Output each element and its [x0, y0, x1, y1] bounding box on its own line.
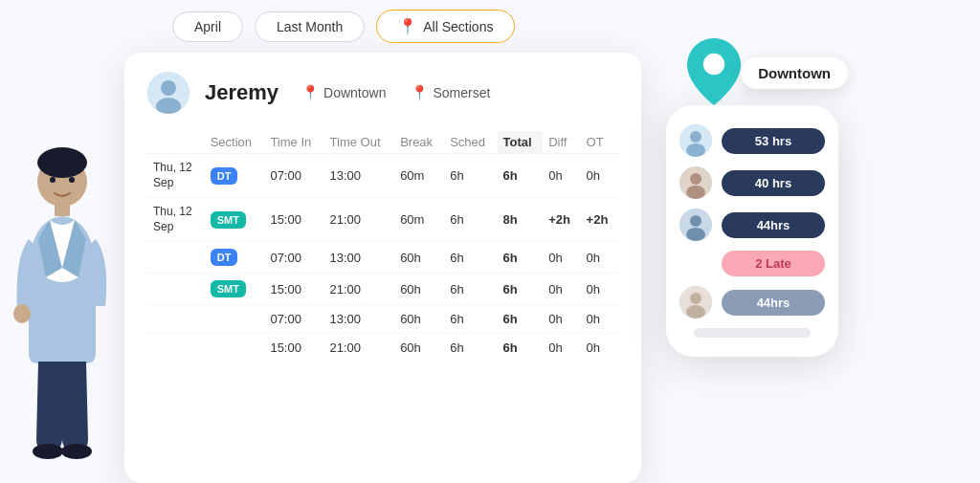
time_out-cell: 13:00 — [324, 242, 395, 274]
total-cell: 6h — [498, 274, 544, 305]
total-cell: 6h — [498, 154, 544, 198]
ot-cell: 0h — [581, 334, 618, 362]
col-sched: Sched — [444, 131, 497, 154]
col-ot: OT — [581, 131, 618, 154]
period-filter-button[interactable]: Last Month — [255, 11, 365, 42]
employee-name: Jeremy — [205, 80, 278, 105]
staff-avatar-3 — [679, 209, 712, 241]
time_in-cell: 07:00 — [264, 305, 323, 334]
hrs-badge-1: 53 hrs — [722, 128, 825, 154]
break-cell: 60h — [394, 274, 444, 305]
svg-point-9 — [161, 80, 176, 96]
date-cell: Thu, 12Sep — [147, 198, 205, 242]
table-row: Thu, 12SepSMT15:0021:0060m6h8h+2h+2h — [147, 198, 618, 242]
svg-point-17 — [686, 186, 705, 199]
col-timeout: Time Out — [324, 131, 395, 154]
svg-point-1 — [37, 147, 87, 178]
svg-point-22 — [690, 293, 702, 304]
schedule-table: Section Time In Time Out Break Sched Tot… — [147, 131, 618, 362]
section-cell: SMT — [205, 198, 265, 242]
late-row: 2 Late — [679, 251, 825, 276]
section-cell — [205, 334, 265, 362]
svg-point-4 — [33, 444, 63, 459]
date-cell — [147, 334, 205, 362]
staff-row-1: 53 hrs — [679, 124, 825, 157]
svg-rect-2 — [55, 203, 70, 216]
downtown-label: Downtown — [741, 57, 848, 89]
avatar — [147, 72, 189, 114]
svg-point-20 — [686, 228, 705, 241]
sched-cell: 6h — [444, 198, 497, 242]
staff-row-4: 44hrs — [679, 286, 825, 318]
date-cell — [147, 242, 205, 274]
ot-cell: 0h — [581, 305, 618, 334]
svg-point-3 — [13, 304, 31, 323]
ghost-line-1 — [694, 328, 811, 338]
svg-point-6 — [50, 177, 56, 183]
hrs-badge-3: 44hrs — [722, 212, 825, 238]
time_out-cell: 13:00 — [324, 305, 395, 334]
svg-point-7 — [69, 177, 75, 183]
ot-cell: 0h — [581, 154, 618, 198]
col-section: Section — [205, 131, 265, 154]
table-row: SMT15:0021:0060h6h6h0h0h — [147, 274, 618, 305]
col-break: Break — [394, 131, 444, 154]
table-row: Thu, 12SepDT07:0013:0060m6h6h0h0h — [147, 154, 618, 198]
time_out-cell: 21:00 — [324, 198, 395, 242]
sched-cell: 6h — [444, 334, 497, 362]
diff-cell: 0h — [543, 334, 580, 362]
employee-header: Jeremy 📍 Downtown 📍 Somerset — [147, 72, 618, 114]
big-location-pin — [685, 38, 743, 105]
person-illustration — [0, 53, 124, 483]
top-filter-bar: April Last Month 📍 All Sections — [0, 0, 980, 43]
pin-icon: 📍 — [398, 17, 417, 35]
location-somerset: 📍 Somerset — [411, 84, 490, 101]
section-cell — [205, 305, 265, 334]
diff-cell: +2h — [543, 198, 580, 242]
pin-downtown-icon: 📍 — [301, 84, 320, 101]
phone-mockup: 53 hrs 40 hrs — [666, 105, 838, 357]
break-cell: 60h — [394, 334, 444, 362]
time_in-cell: 07:00 — [264, 242, 323, 274]
time_in-cell: 15:00 — [264, 198, 323, 242]
section-badge: DT — [211, 249, 238, 266]
date-cell — [147, 305, 205, 334]
month-filter-button[interactable]: April — [172, 11, 243, 42]
sched-cell: 6h — [444, 154, 497, 198]
hrs-badge-4: 44hrs — [722, 290, 825, 316]
section-badge: DT — [211, 167, 238, 185]
section-filter-button[interactable]: 📍 All Sections — [376, 10, 515, 43]
total-cell: 8h — [498, 198, 544, 242]
time_out-cell: 21:00 — [324, 334, 395, 362]
section-cell: SMT — [205, 274, 265, 305]
ot-cell: 0h — [581, 274, 618, 305]
section-badge: SMT — [211, 211, 246, 229]
section-badge: SMT — [211, 280, 246, 297]
person-svg — [10, 139, 115, 473]
col-diff: Diff — [543, 131, 580, 154]
schedule-card: Jeremy 📍 Downtown 📍 Somerset Section Tim… — [124, 53, 641, 483]
svg-point-16 — [690, 173, 702, 185]
diff-cell: 0h — [543, 154, 580, 198]
break-cell: 60h — [394, 242, 444, 274]
date-cell: Thu, 12Sep — [147, 154, 205, 198]
hrs-badge-2: 40 hrs — [722, 170, 825, 196]
late-badge: 2 Late — [722, 251, 825, 276]
sched-cell: 6h — [444, 274, 497, 305]
col-total: Total — [498, 131, 544, 154]
svg-point-13 — [690, 131, 702, 143]
section-cell: DT — [205, 242, 265, 274]
time_in-cell: 15:00 — [264, 274, 323, 305]
total-cell: 6h — [498, 242, 544, 274]
svg-point-19 — [690, 215, 702, 227]
main-area: Jeremy 📍 Downtown 📍 Somerset Section Tim… — [0, 53, 980, 483]
staff-row-3: 44hrs — [679, 209, 825, 241]
table-row: 15:0021:0060h6h6h0h0h — [147, 334, 618, 362]
time_in-cell: 07:00 — [264, 154, 323, 198]
right-panel: Downtown 53 hrs — [657, 53, 848, 483]
break-cell: 60h — [394, 305, 444, 334]
staff-avatar-2 — [679, 166, 712, 199]
break-cell: 60m — [394, 198, 444, 242]
sched-cell: 6h — [444, 242, 497, 274]
table-row: 07:0013:0060h6h6h0h0h — [147, 305, 618, 334]
